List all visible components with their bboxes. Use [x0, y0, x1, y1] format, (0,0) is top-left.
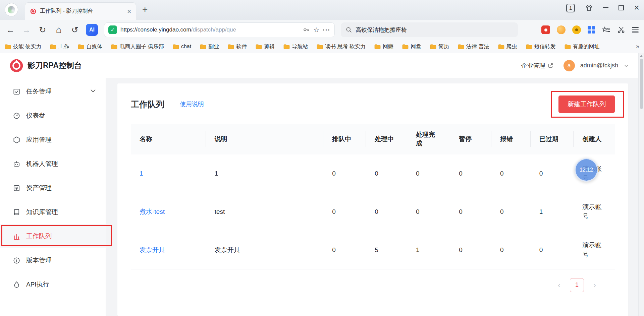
apps-grid-icon[interactable] [588, 26, 595, 34]
theme-skin-icon[interactable] [585, 4, 593, 12]
browser-tab[interactable]: 工作队列 - 影刀控制台 × [25, 2, 136, 20]
more-options-icon[interactable]: ··· [323, 26, 330, 34]
forward-icon[interactable]: → [21, 25, 32, 35]
url-text[interactable]: https://console.yingdao.com/dispatch/app… [120, 26, 299, 33]
favorites-manager-icon[interactable] [602, 26, 610, 34]
folder-icon [173, 44, 179, 49]
cell-name: 1 [131, 154, 206, 193]
browser-logo-icon[interactable] [5, 3, 18, 16]
tab-count-badge[interactable]: 1 [566, 4, 575, 12]
column-header: 创建人 [574, 124, 615, 154]
bookmark-item[interactable]: 爬虫 [498, 43, 517, 50]
bookmark-star-icon[interactable]: ☆ [313, 26, 319, 34]
browser-tab-strip: 工作队列 - 影刀控制台 × + 1 × [0, 0, 644, 20]
bookmark-item[interactable]: 法律 普法 [458, 43, 489, 50]
page-scrollbar[interactable] [638, 53, 644, 316]
bookmark-item[interactable]: 导航站 [283, 43, 308, 50]
sidebar-item-asset[interactable]: 资产管理 [0, 176, 106, 200]
address-bar[interactable]: ✓ https://console.yingdao.com/dispatch/a… [104, 22, 335, 37]
column-header: 处理中 [366, 124, 407, 154]
back-icon[interactable]: ← [5, 25, 15, 35]
bookmark-item[interactable]: 副业 [200, 43, 219, 50]
redpacket-extension-icon[interactable] [541, 25, 550, 34]
browser-search-box[interactable]: 高铁保洁拖把擦座椅 [341, 22, 518, 37]
sidebar-item-label: 知识库管理 [26, 208, 58, 216]
screenshot-scissors-icon[interactable] [617, 26, 625, 34]
next-page-icon[interactable]: › [593, 280, 596, 290]
sidebar-item-label: 版本管理 [26, 256, 52, 265]
folder-icon [317, 44, 323, 49]
bookmark-item[interactable]: 简历 [430, 43, 449, 50]
enterprise-manage-link[interactable]: 企业管理 [521, 62, 553, 70]
password-key-icon[interactable] [303, 26, 310, 34]
usage-help-link[interactable]: 使用说明 [180, 100, 204, 108]
close-window-button[interactable]: × [634, 3, 639, 12]
cell-done: 1 [407, 231, 450, 269]
bookmark-item[interactable]: 剪辑 [256, 43, 275, 50]
bookmark-item[interactable]: 软件 [228, 43, 247, 50]
account-email[interactable]: admin@fckjsh [580, 62, 618, 69]
bookmark-label: 软件 [236, 43, 247, 50]
sidebar-item-label: 机器人管理 [26, 160, 58, 168]
scrollbar-up-icon[interactable] [640, 55, 643, 57]
sidebar-item-knowledge[interactable]: 知识库管理 [0, 200, 106, 224]
tab-close-icon[interactable]: × [127, 8, 131, 15]
bookmark-label: 电商人圈子 俱乐部 [119, 43, 164, 50]
sidebar-item-label: API执行 [26, 280, 49, 289]
bookmark-label: 剪辑 [264, 43, 275, 50]
cell-error: 0 [491, 154, 531, 193]
queue-name-link[interactable]: 1 [140, 170, 143, 177]
prev-page-icon[interactable]: ‹ [558, 280, 560, 290]
scrollbar-thumb[interactable] [640, 59, 643, 109]
cell-queued: 0 [323, 231, 366, 269]
page-number[interactable]: 1 [570, 278, 584, 292]
bookmark-label: 网盘 [411, 43, 421, 50]
bookmarks-overflow-icon[interactable]: » [636, 43, 639, 50]
bookmark-item[interactable]: 技能 硬实力 [5, 43, 41, 50]
new-tab-button[interactable]: + [142, 4, 148, 15]
cell-processing: 0 [366, 193, 407, 231]
minimize-button[interactable] [603, 7, 608, 8]
cell-desc: 发票开具 [206, 231, 324, 269]
search-query-text[interactable]: 高铁保洁拖把擦座椅 [356, 26, 407, 34]
bookmark-item[interactable]: 短信转发 [526, 43, 556, 50]
account-extension-icon[interactable] [557, 25, 566, 34]
bookmark-label: 导航站 [292, 43, 308, 50]
cell-error: 0 [491, 193, 531, 231]
page-title: 工作队列 [131, 99, 164, 110]
bookmark-item[interactable]: 工作 [50, 43, 69, 50]
bookmark-item[interactable]: 自媒体 [78, 43, 102, 50]
menu-icon[interactable] [632, 27, 639, 33]
sidebar-item-api[interactable]: API执行 [0, 272, 106, 297]
sidebar-item-task[interactable]: 任务管理 [0, 79, 106, 104]
chevron-down-icon[interactable] [624, 63, 629, 68]
folder-icon [402, 44, 409, 49]
home-icon[interactable]: ⌂ [54, 24, 64, 35]
table-body: 11000000演示账号煮水-testtest000001演示账号发票开具发票开… [131, 154, 615, 269]
table-row: 11000000演示账号 [131, 154, 615, 193]
new-queue-button[interactable]: 新建工作队列 [558, 96, 615, 113]
bookmark-item[interactable]: 网盘 [402, 43, 421, 50]
security-shield-icon[interactable]: ✓ [108, 25, 117, 34]
avatar[interactable]: a [564, 60, 575, 71]
queue-name-link[interactable]: 发票开具 [140, 246, 165, 253]
sidebar-item-dashboard[interactable]: 仪表盘 [0, 104, 106, 128]
bookmark-item[interactable]: 读书 思考 软实力 [317, 43, 366, 50]
maximize-button[interactable] [619, 5, 624, 10]
sidebar-item-queue[interactable]: 工作队列 [0, 224, 106, 248]
bookmark-item[interactable]: 有趣的网址 [565, 43, 600, 50]
sidebar-item-app[interactable]: 应用管理 [0, 128, 106, 152]
cell-desc: 1 [206, 154, 324, 193]
bookmark-item[interactable]: chat [173, 44, 191, 50]
paw-extension-icon[interactable] [572, 25, 581, 34]
restore-session-icon[interactable]: ↺ [70, 25, 80, 35]
refresh-icon[interactable]: ↻ [38, 25, 48, 35]
ai-assistant-icon[interactable]: AI [86, 24, 98, 36]
sidebar-item-version[interactable]: 版本管理 [0, 248, 106, 272]
folder-icon [498, 44, 504, 49]
sidebar-item-robot[interactable]: 机器人管理 [0, 152, 106, 176]
queue-name-link[interactable]: 煮水-test [140, 208, 165, 215]
bookmark-item[interactable]: 网赚 [374, 43, 393, 50]
sidebar: 任务管理仪表盘应用管理机器人管理资产管理知识库管理工作队列版本管理API执行 [0, 78, 106, 316]
bookmark-item[interactable]: 电商人圈子 俱乐部 [111, 43, 164, 50]
